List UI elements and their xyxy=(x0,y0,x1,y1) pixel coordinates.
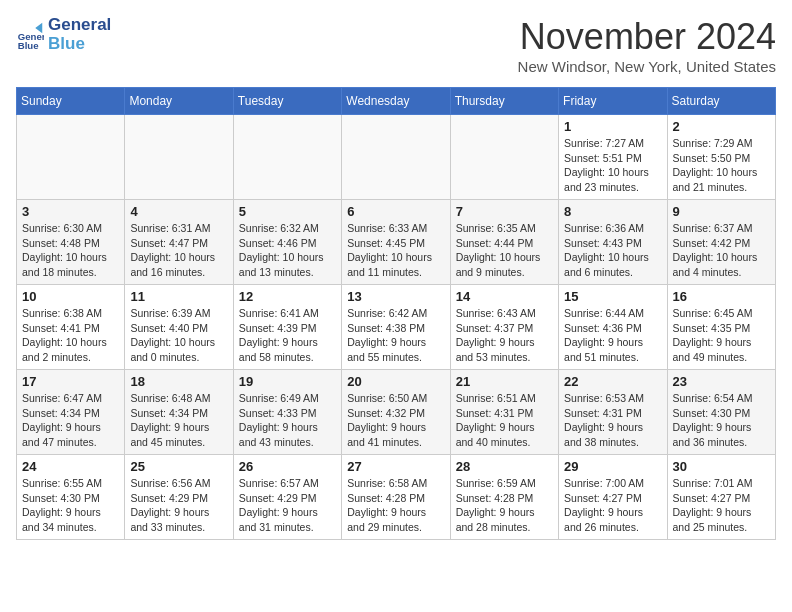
day-number: 4 xyxy=(130,204,227,219)
calendar-week-row: 24Sunrise: 6:55 AMSunset: 4:30 PMDayligh… xyxy=(17,455,776,540)
day-number: 23 xyxy=(673,374,770,389)
calendar-cell: 13Sunrise: 6:42 AMSunset: 4:38 PMDayligh… xyxy=(342,285,450,370)
day-number: 30 xyxy=(673,459,770,474)
day-of-week-header: Friday xyxy=(559,88,667,115)
day-number: 19 xyxy=(239,374,336,389)
calendar-cell: 21Sunrise: 6:51 AMSunset: 4:31 PMDayligh… xyxy=(450,370,558,455)
day-number: 7 xyxy=(456,204,553,219)
calendar-cell: 30Sunrise: 7:01 AMSunset: 4:27 PMDayligh… xyxy=(667,455,775,540)
calendar-header-row: SundayMondayTuesdayWednesdayThursdayFrid… xyxy=(17,88,776,115)
day-info: Sunrise: 6:42 AMSunset: 4:38 PMDaylight:… xyxy=(347,306,444,365)
day-of-week-header: Sunday xyxy=(17,88,125,115)
day-info: Sunrise: 6:33 AMSunset: 4:45 PMDaylight:… xyxy=(347,221,444,280)
day-info: Sunrise: 7:00 AMSunset: 4:27 PMDaylight:… xyxy=(564,476,661,535)
day-number: 20 xyxy=(347,374,444,389)
calendar-week-row: 3Sunrise: 6:30 AMSunset: 4:48 PMDaylight… xyxy=(17,200,776,285)
day-number: 1 xyxy=(564,119,661,134)
day-info: Sunrise: 6:59 AMSunset: 4:28 PMDaylight:… xyxy=(456,476,553,535)
day-number: 15 xyxy=(564,289,661,304)
day-of-week-header: Thursday xyxy=(450,88,558,115)
calendar-cell: 24Sunrise: 6:55 AMSunset: 4:30 PMDayligh… xyxy=(17,455,125,540)
day-number: 6 xyxy=(347,204,444,219)
day-number: 25 xyxy=(130,459,227,474)
calendar-week-row: 17Sunrise: 6:47 AMSunset: 4:34 PMDayligh… xyxy=(17,370,776,455)
day-of-week-header: Saturday xyxy=(667,88,775,115)
day-info: Sunrise: 6:54 AMSunset: 4:30 PMDaylight:… xyxy=(673,391,770,450)
calendar-cell: 27Sunrise: 6:58 AMSunset: 4:28 PMDayligh… xyxy=(342,455,450,540)
day-info: Sunrise: 6:49 AMSunset: 4:33 PMDaylight:… xyxy=(239,391,336,450)
day-info: Sunrise: 6:57 AMSunset: 4:29 PMDaylight:… xyxy=(239,476,336,535)
title-block: November 2024 New Windsor, New York, Uni… xyxy=(518,16,776,75)
calendar-cell: 5Sunrise: 6:32 AMSunset: 4:46 PMDaylight… xyxy=(233,200,341,285)
day-info: Sunrise: 6:35 AMSunset: 4:44 PMDaylight:… xyxy=(456,221,553,280)
day-info: Sunrise: 7:01 AMSunset: 4:27 PMDaylight:… xyxy=(673,476,770,535)
calendar-cell: 28Sunrise: 6:59 AMSunset: 4:28 PMDayligh… xyxy=(450,455,558,540)
calendar-cell: 9Sunrise: 6:37 AMSunset: 4:42 PMDaylight… xyxy=(667,200,775,285)
day-number: 29 xyxy=(564,459,661,474)
day-number: 8 xyxy=(564,204,661,219)
day-info: Sunrise: 6:45 AMSunset: 4:35 PMDaylight:… xyxy=(673,306,770,365)
day-of-week-header: Tuesday xyxy=(233,88,341,115)
day-number: 10 xyxy=(22,289,119,304)
calendar-cell: 25Sunrise: 6:56 AMSunset: 4:29 PMDayligh… xyxy=(125,455,233,540)
day-number: 3 xyxy=(22,204,119,219)
day-number: 9 xyxy=(673,204,770,219)
logo-blue: Blue xyxy=(48,35,111,54)
calendar-cell: 23Sunrise: 6:54 AMSunset: 4:30 PMDayligh… xyxy=(667,370,775,455)
day-number: 22 xyxy=(564,374,661,389)
calendar-cell: 22Sunrise: 6:53 AMSunset: 4:31 PMDayligh… xyxy=(559,370,667,455)
calendar-cell: 26Sunrise: 6:57 AMSunset: 4:29 PMDayligh… xyxy=(233,455,341,540)
calendar-cell: 19Sunrise: 6:49 AMSunset: 4:33 PMDayligh… xyxy=(233,370,341,455)
logo: General Blue General Blue xyxy=(16,16,111,53)
day-info: Sunrise: 7:29 AMSunset: 5:50 PMDaylight:… xyxy=(673,136,770,195)
day-info: Sunrise: 6:41 AMSunset: 4:39 PMDaylight:… xyxy=(239,306,336,365)
location: New Windsor, New York, United States xyxy=(518,58,776,75)
calendar-cell xyxy=(450,115,558,200)
calendar-cell: 8Sunrise: 6:36 AMSunset: 4:43 PMDaylight… xyxy=(559,200,667,285)
logo-general: General xyxy=(48,16,111,35)
day-number: 17 xyxy=(22,374,119,389)
day-info: Sunrise: 6:48 AMSunset: 4:34 PMDaylight:… xyxy=(130,391,227,450)
calendar-cell: 2Sunrise: 7:29 AMSunset: 5:50 PMDaylight… xyxy=(667,115,775,200)
day-info: Sunrise: 6:36 AMSunset: 4:43 PMDaylight:… xyxy=(564,221,661,280)
day-number: 26 xyxy=(239,459,336,474)
day-number: 12 xyxy=(239,289,336,304)
calendar-cell xyxy=(233,115,341,200)
day-info: Sunrise: 6:50 AMSunset: 4:32 PMDaylight:… xyxy=(347,391,444,450)
day-info: Sunrise: 6:32 AMSunset: 4:46 PMDaylight:… xyxy=(239,221,336,280)
calendar-cell: 14Sunrise: 6:43 AMSunset: 4:37 PMDayligh… xyxy=(450,285,558,370)
day-info: Sunrise: 6:51 AMSunset: 4:31 PMDaylight:… xyxy=(456,391,553,450)
day-info: Sunrise: 6:53 AMSunset: 4:31 PMDaylight:… xyxy=(564,391,661,450)
day-number: 2 xyxy=(673,119,770,134)
calendar-week-row: 1Sunrise: 7:27 AMSunset: 5:51 PMDaylight… xyxy=(17,115,776,200)
calendar: SundayMondayTuesdayWednesdayThursdayFrid… xyxy=(16,87,776,540)
day-of-week-header: Monday xyxy=(125,88,233,115)
calendar-cell: 12Sunrise: 6:41 AMSunset: 4:39 PMDayligh… xyxy=(233,285,341,370)
day-number: 14 xyxy=(456,289,553,304)
calendar-cell: 6Sunrise: 6:33 AMSunset: 4:45 PMDaylight… xyxy=(342,200,450,285)
day-info: Sunrise: 6:39 AMSunset: 4:40 PMDaylight:… xyxy=(130,306,227,365)
day-info: Sunrise: 6:37 AMSunset: 4:42 PMDaylight:… xyxy=(673,221,770,280)
day-info: Sunrise: 6:30 AMSunset: 4:48 PMDaylight:… xyxy=(22,221,119,280)
day-number: 21 xyxy=(456,374,553,389)
day-info: Sunrise: 6:31 AMSunset: 4:47 PMDaylight:… xyxy=(130,221,227,280)
calendar-cell: 20Sunrise: 6:50 AMSunset: 4:32 PMDayligh… xyxy=(342,370,450,455)
calendar-cell: 3Sunrise: 6:30 AMSunset: 4:48 PMDaylight… xyxy=(17,200,125,285)
logo-icon: General Blue xyxy=(16,21,44,49)
calendar-cell xyxy=(342,115,450,200)
calendar-cell: 1Sunrise: 7:27 AMSunset: 5:51 PMDaylight… xyxy=(559,115,667,200)
month-title: November 2024 xyxy=(518,16,776,58)
day-info: Sunrise: 6:38 AMSunset: 4:41 PMDaylight:… xyxy=(22,306,119,365)
calendar-week-row: 10Sunrise: 6:38 AMSunset: 4:41 PMDayligh… xyxy=(17,285,776,370)
calendar-cell: 4Sunrise: 6:31 AMSunset: 4:47 PMDaylight… xyxy=(125,200,233,285)
day-info: Sunrise: 6:47 AMSunset: 4:34 PMDaylight:… xyxy=(22,391,119,450)
day-number: 16 xyxy=(673,289,770,304)
day-number: 24 xyxy=(22,459,119,474)
calendar-cell xyxy=(17,115,125,200)
page-header: General Blue General Blue November 2024 … xyxy=(16,16,776,75)
day-info: Sunrise: 6:56 AMSunset: 4:29 PMDaylight:… xyxy=(130,476,227,535)
calendar-cell xyxy=(125,115,233,200)
day-number: 13 xyxy=(347,289,444,304)
day-number: 5 xyxy=(239,204,336,219)
calendar-cell: 18Sunrise: 6:48 AMSunset: 4:34 PMDayligh… xyxy=(125,370,233,455)
